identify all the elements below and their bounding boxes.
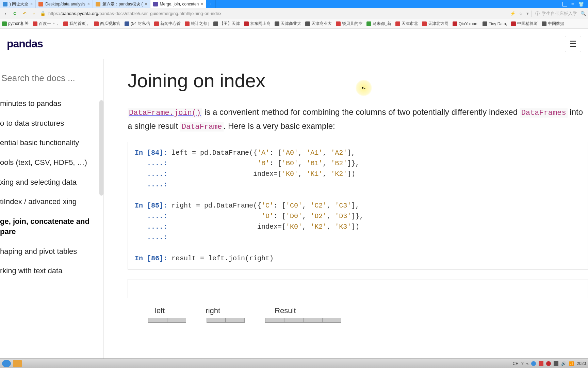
hamburger-menu-button[interactable]: ☰ [565,36,581,52]
undo-button[interactable]: ↶ [21,11,28,16]
bookmark-item[interactable]: 天津商业大 [305,21,332,27]
favicon [3,2,7,6]
bookmark-label: 中国数据 [548,21,564,27]
code-inline: DataFrame.join() [128,108,202,118]
sidebar-scrollbar[interactable] [99,100,103,196]
bookmark-icon [511,21,516,26]
dataframe-join-link[interactable]: DataFrame.join() [128,107,202,117]
bookmark-item[interactable]: 天津市北 [395,21,418,27]
url-path: /pandas-docs/stable/user_guide/merging.h… [98,11,222,16]
star-icon[interactable]: ☆ [519,11,523,16]
tab-0[interactable]: ) 网址大全 × [0,0,36,8]
url-bar: › C ↶ ⌂ 🔒 https://pandas.pydata.org/pand… [0,8,588,19]
bookmark-item[interactable]: QiuYixuan: [453,21,478,26]
bookmark-icon [125,21,129,26]
nav-item[interactable]: o to data structures [0,113,103,133]
sidebar: minutes to pandas o to data structures e… [0,59,104,358]
tab-label: Desktop/data analysis [45,2,85,6]
bookmark-item[interactable]: 天津商业大 [275,21,301,27]
nav-item[interactable]: xing and selecting data [0,172,103,192]
table-label-left: left [155,306,165,315]
nav-item[interactable]: tiIndex / advanced xing [0,192,103,212]
bookmark-label: 马未都_新 [373,21,391,27]
bookmark-icon [336,21,341,26]
text: . Here is a very basic example: [224,121,335,131]
bookmark-item[interactable]: 我的首页， [63,21,90,27]
content-area: ↖ Joining on index DataFrame.join() is a… [104,59,588,358]
shirt-icon[interactable]: 👕 [578,1,584,7]
bookmark-label: 天津商业大 [311,21,332,27]
text: is a convenient method for combining the… [202,107,520,117]
table-label-right: right [206,306,220,315]
bookmark-item[interactable]: (54 封私信 [125,21,150,27]
browser-search[interactable]: ⓘ 学生自带床板入学 🔍 [532,11,586,17]
page-title: Joining on index [128,70,588,92]
url-right-icons: ⚡ ☆ ▾ [510,11,529,16]
url-field[interactable]: https://pandas.pydata.org/pandas-docs/st… [48,11,507,16]
bookmark-item[interactable]: 西瓜视频官 [94,21,120,27]
bookmark-icon [366,21,371,26]
close-icon[interactable]: × [30,2,33,6]
nav-item[interactable]: ools (text, CSV, HDF5, …) [0,153,103,172]
code-inline: DataFrame [180,122,224,132]
nav-item-active[interactable]: ge, join, concatenate and pare [0,212,103,241]
bookmark-item[interactable]: 统计之都 | [185,21,209,27]
home-button[interactable]: ⌂ [31,11,37,16]
bookmark-icon [213,21,218,26]
bookmark-item[interactable]: 【图】天津 [213,21,240,27]
close-icon[interactable]: × [201,2,203,6]
bookmark-label: 西瓜视频官 [100,21,120,27]
url-scheme: https:// [48,11,62,16]
reload-button[interactable]: C [12,11,18,16]
search-docs-input[interactable] [0,66,103,94]
bookmark-label: 中国精算师 [517,21,538,27]
tab-1[interactable]: Desktop/data analysis × [36,0,93,8]
bookmark-label: python相关 [8,21,29,27]
nav-item[interactable]: minutes to pandas [0,94,103,113]
bookmark-label: Tiny Data, [489,21,507,26]
close-icon[interactable]: × [87,2,90,6]
page-header: pandas ☰ [0,29,588,59]
bookmark-label: 天津北方网 [428,21,448,27]
bookmark-icon [63,21,68,26]
bookmark-icon [154,21,159,26]
bookmark-label: 【图】天津 [219,21,240,27]
restore-icon[interactable] [562,2,567,6]
table-thumb-left [148,318,186,323]
bookmark-item[interactable]: 中国数据 [542,21,564,27]
bookmark-label: QiuYixuan: [459,21,478,26]
search-icon[interactable]: 🔍 [581,11,586,16]
tab-2[interactable]: 第六章：pandas模块 ( × [93,0,150,8]
provider-icon: ⓘ [535,11,540,17]
tab-label: Merge, join, concaten [160,2,199,6]
bookmark-label: 我的首页， [69,21,90,27]
nav-item[interactable]: ential basic functionality [0,133,103,153]
bookmark-item[interactable]: 中国精算师 [511,21,538,27]
code-block: In [84]: left = pd.DataFrame({'A': ['A0'… [128,142,588,270]
new-tab-button[interactable]: + [206,0,216,8]
close-icon[interactable]: × [145,2,147,6]
nav-item[interactable]: rking with text data [0,261,103,281]
pandas-logo[interactable]: pandas [7,37,43,50]
nav-item[interactable]: haping and pivot tables [0,242,103,261]
menu-icon[interactable]: ≡ [571,1,574,7]
bookmark-item[interactable]: 新闻中心首 [154,21,181,27]
bookmark-label: 天津市北 [402,21,418,27]
bookmark-label: 统计之都 | [191,21,209,27]
url-host: pandas.pydata.org [62,11,98,16]
bookmark-icon [33,21,37,26]
bookmark-icon [395,21,400,26]
tab-3-active[interactable]: Merge, join, concaten × [150,0,207,8]
bookmark-item[interactable]: 马未都_新 [366,21,391,27]
favicon [153,2,158,6]
flash-icon[interactable]: ⚡ [510,11,516,16]
back-button[interactable]: › [2,11,9,16]
bookmark-item[interactable]: 天津北方网 [422,21,448,27]
bookmark-icon [275,21,279,26]
bookmark-item[interactable]: 百度一下， [33,21,59,27]
bookmark-item[interactable]: 锐贝儿的空 [336,21,362,27]
bookmark-item[interactable]: 京东网上商 [244,21,271,27]
bookmark-item[interactable]: Tiny Data, [483,21,507,26]
dropdown-icon[interactable]: ▾ [526,11,529,16]
bookmark-item[interactable]: python相关 [2,21,29,27]
